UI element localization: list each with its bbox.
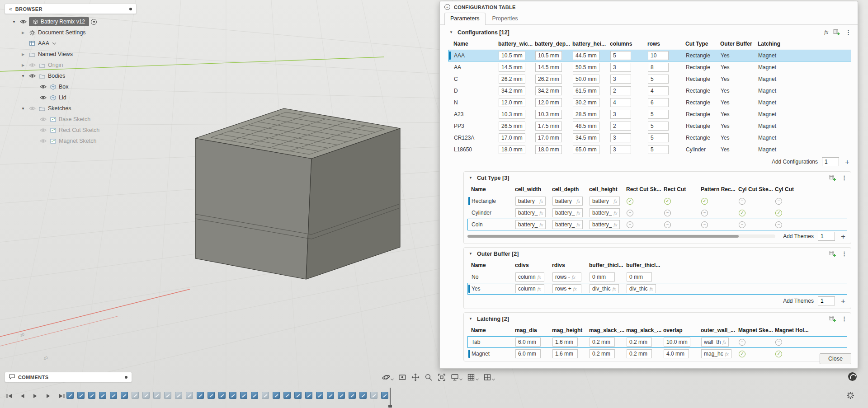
outer-buffer-select[interactable]: Yes <box>721 146 730 153</box>
latching-select[interactable]: Magnet <box>758 99 776 106</box>
table-row[interactable]: L18650 18.0 mm 18.0 mm 65.0 mm 3 5 Cylin… <box>448 144 851 155</box>
pan-tool[interactable] <box>410 372 420 382</box>
table-row[interactable]: No columnfx rows -fx 0 mm 0 mm <box>467 271 847 283</box>
cell-value[interactable]: 10.3 mm <box>499 110 525 119</box>
cell-value[interactable]: 4 <box>648 86 669 95</box>
latching-section-header[interactable]: ▼ Latching [2] ⋮ <box>467 313 847 324</box>
cell-value[interactable]: 4 <box>610 98 631 107</box>
overflow-menu-icon[interactable]: ⋮ <box>841 250 847 257</box>
tree-row-box[interactable]: Box <box>5 81 137 92</box>
dash-icon[interactable]: − <box>664 221 671 228</box>
outer-buffer-select[interactable]: Yes <box>721 99 730 106</box>
add-themes-button[interactable]: + <box>839 297 847 305</box>
latching-select[interactable]: Magnet <box>758 111 776 117</box>
table-row[interactable]: A23 10.3 mm 10.3 mm 28.5 mm 3 5 Rectangl… <box>448 108 851 120</box>
cell-value[interactable]: 6.0 mm <box>515 349 541 358</box>
skip-to-start-button[interactable] <box>5 392 14 400</box>
timeline-feature-icon[interactable] <box>186 392 193 399</box>
sketches-label[interactable]: Sketches <box>48 105 71 112</box>
outer-buffer-select[interactable]: Yes <box>721 111 730 117</box>
cell-value[interactable]: 65.0 mm <box>573 145 599 154</box>
cell-value[interactable]: 30.2 mm <box>573 98 599 107</box>
timeline-feature-icon[interactable] <box>77 392 85 399</box>
expand-icon[interactable]: ▼ <box>20 74 26 78</box>
add-table-icon[interactable] <box>829 250 836 257</box>
cell-value[interactable]: 50.5 mm <box>573 63 599 72</box>
fx-icon[interactable]: fx <box>824 29 828 36</box>
collapse-section-icon[interactable]: ▼ <box>467 252 474 256</box>
expand-icon[interactable]: ▼ <box>20 107 26 111</box>
add-configurations-button[interactable]: + <box>843 158 851 166</box>
cell-value[interactable]: 14.5 mm <box>499 63 525 72</box>
cell-value[interactable]: 5 <box>648 133 669 142</box>
cell-value[interactable]: 26.2 mm <box>499 75 525 84</box>
dash-icon[interactable]: − <box>701 221 708 228</box>
visibility-eye-icon[interactable] <box>19 19 27 24</box>
outer-buffer-select[interactable]: Yes <box>721 76 730 82</box>
outer-buffer-section-header[interactable]: ▼ Outer Buffer [2] ⋮ <box>467 248 847 259</box>
cut-type-select[interactable]: Rectangle <box>686 111 710 117</box>
cell-value[interactable]: mag_hcfx <box>701 349 731 358</box>
active-configuration-label[interactable]: AAA <box>38 40 49 47</box>
timeline-feature-icon[interactable] <box>327 392 334 399</box>
timeline-feature-icon[interactable] <box>370 392 377 399</box>
table-row[interactable]: Coin battery_fx battery_fx battery_fx − … <box>467 219 847 230</box>
rect-cut-sketch-label[interactable]: Rect Cut Sketch <box>59 127 99 133</box>
cell-value[interactable]: 48.5 mm <box>573 122 599 131</box>
cell-value[interactable]: 0 mm <box>590 272 615 281</box>
active-component[interactable]: Battery Remix v12 <box>29 17 89 26</box>
cell-value[interactable]: battery_fx <box>590 197 620 206</box>
dash-icon[interactable]: − <box>775 221 782 228</box>
dash-icon[interactable]: − <box>739 339 745 346</box>
cell-value[interactable]: 50.0 mm <box>573 75 599 84</box>
table-row[interactable]: Yes columnfx rows +fx div_thicfx div_thi… <box>467 283 847 295</box>
add-count-input[interactable] <box>818 232 835 241</box>
visibility-eye-icon[interactable] <box>28 74 36 78</box>
cell-value[interactable]: 18.0 mm <box>499 145 525 154</box>
cell-value[interactable]: battery_fx <box>515 220 546 229</box>
timeline-feature-icon[interactable] <box>381 392 388 399</box>
tab-parameters[interactable]: Parameters <box>444 13 486 25</box>
cut-type-select[interactable]: Cylinder <box>686 146 706 153</box>
cell-value[interactable]: 28.5 mm <box>573 110 599 119</box>
timeline-feature-icon[interactable] <box>349 392 356 399</box>
cell-value[interactable]: battery_fx <box>552 208 583 217</box>
overflow-menu-icon[interactable]: ⋮ <box>845 29 851 36</box>
visibility-eye-icon[interactable] <box>39 84 47 89</box>
table-row[interactable]: AAA 10.5 mm 10.5 mm 44.5 mm 5 10 Rectang… <box>448 50 851 61</box>
cell-value[interactable]: 26.5 mm <box>499 122 525 131</box>
cell-value[interactable]: 34.5 mm <box>573 133 599 142</box>
tree-row-base-sketch[interactable]: Base Sketch <box>5 114 137 125</box>
table-row[interactable]: C 26.2 mm 26.2 mm 50.0 mm 3 5 Rectangle … <box>448 73 851 85</box>
dash-icon[interactable]: − <box>775 339 782 346</box>
tree-row-magnet-sketch[interactable]: Magnet Sketch <box>5 136 137 146</box>
config-name[interactable]: PP3 <box>454 123 464 129</box>
timeline-feature-icon[interactable] <box>88 392 95 399</box>
cell-value[interactable]: 1.6 mm <box>552 349 578 358</box>
activate-component-icon[interactable] <box>91 19 97 25</box>
cell-value[interactable]: 5 <box>610 51 631 60</box>
visibility-eye-icon[interactable] <box>39 139 47 143</box>
dash-icon[interactable]: − <box>739 198 745 205</box>
timeline-feature-icon[interactable] <box>132 392 139 399</box>
cell-value[interactable]: 34.2 mm <box>499 86 525 95</box>
config-name[interactable]: CR123A <box>454 135 474 141</box>
panel-header[interactable]: ≡ CONFIGURATION TABLE <box>440 1 858 13</box>
cut-type-select[interactable]: Rectangle <box>686 76 710 82</box>
configurations-section-header[interactable]: ▼ Configurations [12] fx ⋮ <box>448 27 851 38</box>
cell-value[interactable]: 3 <box>610 145 631 154</box>
cell-value[interactable]: rows -fx <box>552 272 581 281</box>
cell-value[interactable]: 17.0 mm <box>499 133 525 142</box>
latching-select[interactable]: Magnet <box>758 64 776 70</box>
outer-buffer-select[interactable]: Yes <box>721 123 730 129</box>
latching-select[interactable]: Magnet <box>758 76 776 82</box>
cell-value[interactable]: battery_fx <box>590 220 620 229</box>
collapse-panel-icon[interactable]: « <box>9 6 12 12</box>
cell-value[interactable]: battery_fx <box>515 208 546 217</box>
cell-value[interactable]: 0.2 mm <box>590 338 615 347</box>
timeline-feature-icon[interactable] <box>218 392 226 399</box>
cut-type-select[interactable]: Rectangle <box>686 135 710 141</box>
expand-icon[interactable]: ▶ <box>20 52 26 56</box>
fit-tool[interactable] <box>437 372 447 382</box>
cell-value[interactable]: 0.2 mm <box>627 349 652 358</box>
